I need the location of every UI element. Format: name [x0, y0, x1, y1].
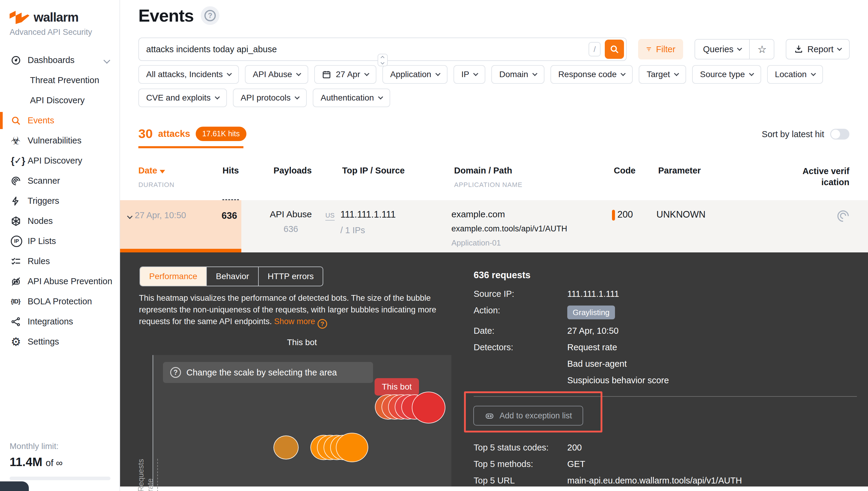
search-input[interactable]	[139, 38, 588, 60]
search-button[interactable]	[605, 39, 624, 59]
tab-http-errors[interactable]: HTTP errors	[258, 267, 323, 286]
sidebar-item-api-discovery[interactable]: {✓} API Discovery	[0, 151, 119, 171]
brand-subtitle: Advanced API Security	[0, 25, 119, 37]
graylisting-badge: Graylisting	[567, 306, 615, 319]
column-header-domain: Domain / Path	[454, 166, 609, 176]
filter-chip-date[interactable]: 27 Apr	[314, 65, 376, 84]
filter-chip-response-code[interactable]: Response code	[550, 65, 633, 84]
detector-value: Suspicious behavior score	[567, 375, 861, 385]
filter-chip-domain[interactable]: Domain	[491, 65, 544, 84]
sidebar-item-rules[interactable]: Rules	[0, 251, 119, 271]
event-domain[interactable]: example.com	[452, 209, 607, 220]
event-path[interactable]: example.com.tools/api/v1/AUTH	[452, 224, 607, 233]
column-header-hits[interactable]: Hits	[223, 166, 239, 200]
source-ip-label: Source IP:	[473, 289, 567, 299]
sidebar-item-threat-prevention[interactable]: Threat Prevention	[0, 70, 119, 90]
filter-chip-target[interactable]: Target	[639, 65, 686, 84]
infinity-symbol: ∞	[56, 458, 63, 468]
column-header-top-ip: Top IP / Source	[342, 166, 405, 175]
sidebar-item-label: Threat Prevention	[30, 75, 99, 85]
monthly-used: 11.4M	[9, 455, 42, 468]
report-button[interactable]: Report	[786, 39, 850, 59]
chip-label: API protocols	[241, 93, 291, 103]
gear-icon: ⚙	[11, 335, 25, 348]
attacks-count-tab[interactable]: 30 attacks 17.61K hits	[138, 126, 247, 148]
search-collapse-handle[interactable]	[378, 54, 388, 66]
filter-chip-authentication[interactable]: Authentication	[313, 89, 390, 107]
sidebar-item-triggers[interactable]: Triggers	[0, 191, 119, 211]
sidebar-item-bola-protection[interactable]: {ID} BOLA Protection	[0, 291, 119, 312]
sidebar-item-vulnerabilities[interactable]: ☣ Vulnerabilities	[0, 131, 119, 151]
star-icon: ☆	[757, 43, 766, 55]
add-to-exception-list-button[interactable]: Add to exception list	[473, 406, 583, 426]
code-status-indicator	[612, 210, 615, 221]
sidebar-item-api-discovery-dash[interactable]: API Discovery	[0, 90, 119, 111]
sidebar-item-dashboards[interactable]: Dashboards	[0, 50, 119, 70]
this-bot-badge: This bot	[375, 378, 419, 396]
filter-button[interactable]: Filter	[638, 39, 683, 59]
queries-group: Queries ☆	[695, 39, 774, 59]
biohazard-icon: ☣	[11, 135, 25, 147]
bot-bubble[interactable]	[336, 433, 368, 462]
filter-chip-source-type[interactable]: Source type	[692, 65, 761, 84]
source-ip-value[interactable]: 111.111.1.111	[567, 289, 861, 299]
column-subheader-duration: DURATION	[138, 181, 174, 189]
active-verification-spinner-icon[interactable]	[836, 209, 850, 223]
sidebar: wallarm Advanced API Security Dashboards…	[0, 0, 120, 491]
ip-circle-icon: IP	[11, 236, 25, 247]
sidebar-item-label: Nodes	[28, 216, 53, 226]
filter-chip-attack-type[interactable]: All attacks, Incidents	[138, 65, 239, 84]
chip-label: Response code	[558, 69, 617, 79]
filter-chip-api-abuse[interactable]: API Abuse	[245, 65, 308, 84]
chevron-down-icon[interactable]	[127, 213, 133, 219]
lightning-icon	[11, 196, 25, 206]
sidebar-item-label: IP Lists	[28, 236, 56, 246]
sidebar-item-events[interactable]: Events	[0, 111, 119, 131]
brand-logo[interactable]: wallarm	[0, 0, 119, 25]
attacks-count: 30	[138, 126, 153, 141]
this-bot-bubble[interactable]	[412, 392, 445, 424]
sidebar-item-nodes[interactable]: Nodes	[0, 211, 119, 231]
sidebar-item-label: API Discovery	[30, 95, 85, 105]
filter-chip-api-protocols[interactable]: API protocols	[233, 89, 307, 107]
sidebar-item-integrations[interactable]: Integrations	[0, 312, 119, 331]
sidebar-item-api-abuse-prevention[interactable]: API Abuse Prevention	[0, 271, 119, 291]
filter-chip-application[interactable]: Application	[382, 65, 447, 84]
column-header-code: Code	[614, 166, 636, 175]
top5-url-value[interactable]: main-api.eu.demo.wallarm.tools/api/v1/AU…	[567, 476, 861, 486]
checklist-icon	[11, 256, 25, 266]
braces-check-icon: {✓}	[11, 155, 25, 166]
tab-behavior[interactable]: Behavior	[206, 267, 258, 286]
event-source-ip[interactable]: 111.111.1.111	[340, 209, 452, 220]
detail-tabs: Performance Behavior HTTP errors	[140, 266, 323, 286]
chip-label: Source type	[700, 69, 745, 79]
filter-chip-location[interactable]: Location	[767, 65, 823, 84]
help-icon[interactable]: ?	[318, 319, 327, 329]
show-more-link[interactable]: Show more	[274, 317, 315, 326]
tab-performance[interactable]: Performance	[140, 267, 206, 286]
sidebar-item-label: Vulnerabilities	[28, 136, 81, 146]
exception-button-label: Add to exception list	[499, 411, 572, 421]
sidebar-item-label: API Abuse Prevention	[28, 277, 112, 286]
filter-chip-cve[interactable]: CVE and exploits	[138, 89, 227, 107]
event-row[interactable]: 27 Apr, 10:50 636 API Abuse 636 US 111.1…	[120, 200, 868, 252]
country-tag[interactable]: US	[325, 211, 335, 221]
bot-performance-heatmap[interactable]: ? Change the scale by selecting the area…	[152, 355, 452, 487]
queries-button[interactable]: Queries	[695, 39, 749, 59]
chevron-down-icon[interactable]	[104, 57, 111, 64]
favorite-query-button[interactable]: ☆	[749, 39, 774, 59]
sidebar-item-ip-lists[interactable]: IP IP Lists	[0, 231, 119, 251]
sidebar-item-scanner[interactable]: Scanner	[0, 171, 119, 191]
sidebar-item-settings[interactable]: ⚙ Settings	[0, 331, 119, 352]
bot-bubble[interactable]	[273, 435, 299, 460]
robot-icon	[485, 410, 495, 421]
page-help-button[interactable]: ?	[201, 6, 220, 25]
sort-toggle[interactable]	[830, 129, 849, 140]
chat-widget-corner[interactable]	[0, 482, 29, 491]
event-date-cell[interactable]: 27 Apr, 10:50 636	[120, 200, 241, 252]
column-header-date[interactable]: Date	[138, 166, 174, 176]
sort-by-latest-hit-label: Sort by latest hit	[762, 129, 824, 139]
chip-label: Authentication	[321, 93, 374, 103]
chevron-down-icon	[837, 46, 842, 51]
filter-chip-ip[interactable]: IP	[454, 65, 485, 84]
